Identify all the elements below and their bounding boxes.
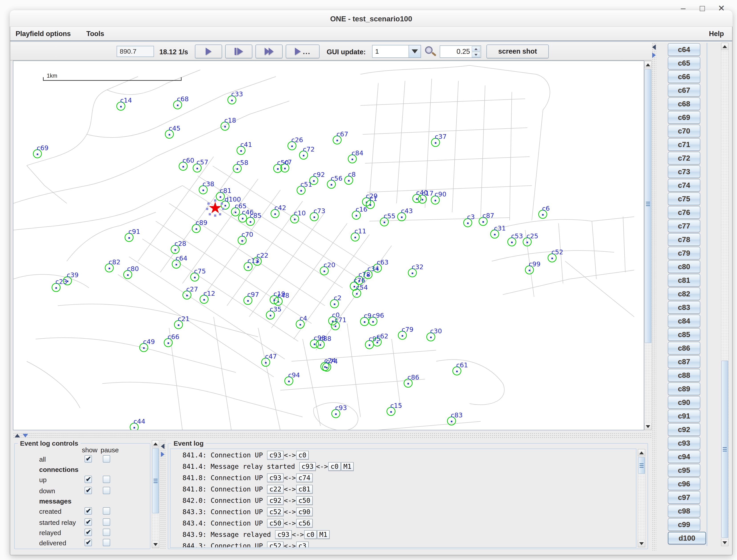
zoom-spinner[interactable]: 0.25 xyxy=(440,45,481,58)
menu-help[interactable]: Help xyxy=(709,30,724,38)
node-chip-c3[interactable]: c3 xyxy=(296,542,309,548)
controls-scrollbar[interactable] xyxy=(152,440,159,548)
map-node-c12[interactable]: c12 xyxy=(200,295,209,304)
map-node-c74[interactable]: c74 xyxy=(322,363,331,372)
node-chip-M1[interactable]: M1 xyxy=(341,462,354,471)
bottom-split-divider[interactable] xyxy=(160,439,166,549)
sidebar-node-button-d100[interactable]: d100 xyxy=(668,532,706,544)
sidebar-node-button-c67[interactable]: c67 xyxy=(668,84,700,97)
map-node-c95[interactable]: c95 xyxy=(365,340,374,349)
pause-checkbox-up[interactable] xyxy=(103,476,110,483)
pause-checkbox-down[interactable] xyxy=(103,487,110,494)
map-node-c60[interactable]: c60 xyxy=(179,162,188,171)
title-bar[interactable]: ONE - test_scenario100 xyxy=(10,10,733,27)
map-node-c3[interactable]: c3 xyxy=(463,218,472,227)
node-chip-c90[interactable]: c90 xyxy=(296,507,313,516)
sidebar-node-button-c71[interactable]: c71 xyxy=(668,138,700,151)
node-chip-c93[interactable]: c93 xyxy=(267,451,283,459)
map-node-c1[interactable]: c1 xyxy=(366,200,375,209)
menu-tools[interactable]: Tools xyxy=(86,30,104,38)
map-node-c62[interactable]: c62 xyxy=(373,338,382,346)
show-checkbox-up[interactable] xyxy=(85,476,92,483)
node-chip-c81[interactable]: c81 xyxy=(296,485,313,493)
map-node-c43[interactable]: c43 xyxy=(397,212,406,221)
show-checkbox-relayed[interactable] xyxy=(85,529,92,536)
map-node-c90[interactable]: c90 xyxy=(431,196,440,204)
map-node-c85[interactable]: c85 xyxy=(246,217,255,226)
sidebar-node-button-c89[interactable]: c89 xyxy=(668,382,700,395)
sidebar-node-button-c81[interactable]: c81 xyxy=(668,274,700,287)
node-chip-c52[interactable]: c52 xyxy=(267,507,283,516)
show-checkbox-all[interactable] xyxy=(85,455,92,463)
spinner-up-button[interactable] xyxy=(472,46,480,52)
map-node-c17[interactable]: c17 xyxy=(418,195,427,204)
map-node-c19[interactable]: c19 xyxy=(270,295,279,304)
sidebar-node-button-c95[interactable]: c95 xyxy=(668,464,700,477)
collapse-up-icon[interactable] xyxy=(15,434,20,437)
step-button[interactable] xyxy=(225,44,252,58)
pause-checkbox-delivered[interactable] xyxy=(103,539,110,546)
expand-right-icon[interactable] xyxy=(161,452,164,457)
map-node-c23[interactable]: c23 xyxy=(52,283,61,292)
node-chip-c93[interactable]: c93 xyxy=(267,473,283,482)
show-checkbox-down[interactable] xyxy=(85,487,92,494)
sidebar-node-button-c85[interactable]: c85 xyxy=(668,328,700,341)
show-checkbox-started-relay[interactable] xyxy=(85,518,92,526)
screenshot-button[interactable]: screen shot xyxy=(486,44,549,58)
sidebar-node-button-c64[interactable]: c64 xyxy=(668,43,700,56)
map-node-c96[interactable]: c96 xyxy=(369,317,377,326)
sidebar-node-button-c65[interactable]: c65 xyxy=(668,57,700,69)
map-node-c31[interactable]: c31 xyxy=(490,230,499,239)
sidebar-node-button-c75[interactable]: c75 xyxy=(668,192,700,205)
node-chip-c56[interactable]: c56 xyxy=(296,519,313,528)
map-node-c33[interactable]: c33 xyxy=(227,95,236,104)
map-node-c11[interactable]: c11 xyxy=(351,232,360,241)
map-node-c16[interactable]: c16 xyxy=(352,211,361,220)
map-node-c71[interactable]: c71 xyxy=(331,321,340,330)
sidebar-node-button-c76[interactable]: c76 xyxy=(668,206,700,219)
pause-checkbox-started-relay[interactable] xyxy=(103,518,110,526)
map-node-c21[interactable]: c21 xyxy=(174,320,183,329)
log-scroll-thumb[interactable] xyxy=(638,457,645,474)
map-node-c18[interactable]: c18 xyxy=(221,122,229,131)
show-checkbox-created[interactable] xyxy=(85,507,92,515)
combo-dropdown-button[interactable] xyxy=(409,45,421,58)
sidebar-node-button-c93[interactable]: c93 xyxy=(668,437,700,449)
collapse-left-icon[interactable] xyxy=(161,444,164,449)
node-chip-c0[interactable]: c0 xyxy=(304,530,317,539)
map-node-c57[interactable]: c57 xyxy=(193,164,202,172)
sidebar-node-button-c72[interactable]: c72 xyxy=(668,152,700,164)
map-node-c64[interactable]: c64 xyxy=(172,260,181,269)
pause-checkbox-created[interactable] xyxy=(103,507,110,515)
sidebar-node-button-c96[interactable]: c96 xyxy=(668,477,700,490)
map-node-c9[interactable]: c9 xyxy=(360,317,369,326)
node-chip-c92[interactable]: c92 xyxy=(267,496,283,505)
sidebar-node-button-c84[interactable]: c84 xyxy=(668,315,700,327)
map-node-c93[interactable]: c93 xyxy=(331,409,340,418)
sidebar-node-button-c91[interactable]: c91 xyxy=(668,410,700,422)
map-node-c88[interactable]: c88 xyxy=(316,340,325,349)
sidebar-node-button-c94[interactable]: c94 xyxy=(668,450,700,463)
map-node-c37[interactable]: c37 xyxy=(431,138,440,147)
map-node-c53[interactable]: c53 xyxy=(507,237,516,246)
map-node-c82[interactable]: c82 xyxy=(105,263,114,272)
map-node-c68[interactable]: c68 xyxy=(173,100,182,109)
map-node-c56[interactable]: c56 xyxy=(327,180,336,189)
map-node-c97[interactable]: c97 xyxy=(243,296,252,305)
collapse-left-icon[interactable] xyxy=(652,44,656,50)
map-node-c55[interactable]: c55 xyxy=(380,217,389,226)
sidebar-node-button-c83[interactable]: c83 xyxy=(668,301,700,314)
map-node-c52[interactable]: c52 xyxy=(548,253,557,262)
map-node-c84[interactable]: c84 xyxy=(348,154,357,163)
sidebar-node-button-c86[interactable]: c86 xyxy=(668,342,700,354)
map-node-c69[interactable]: c69 xyxy=(33,149,42,158)
map-node-c15[interactable]: c15 xyxy=(387,407,395,416)
scroll-down-button[interactable] xyxy=(644,423,652,430)
fast-forward-button[interactable] xyxy=(255,44,283,58)
map-node-c46[interactable]: c46 xyxy=(238,214,247,222)
map-node-c66[interactable]: c66 xyxy=(164,338,173,347)
map-scroll-thumb[interactable] xyxy=(645,69,651,343)
map-node-c42[interactable]: c42 xyxy=(271,209,279,218)
spinner-down-button[interactable] xyxy=(472,52,480,57)
sim-time-field[interactable]: 890.7 xyxy=(117,46,154,57)
